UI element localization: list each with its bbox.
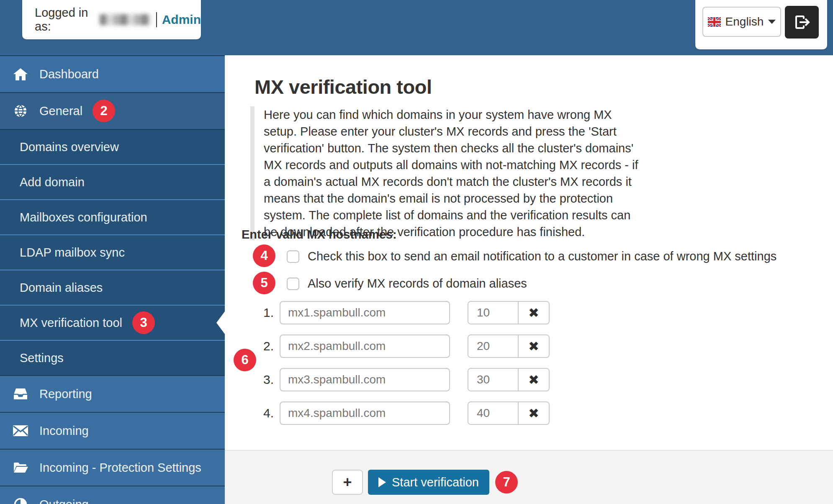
- sidebar-item-label: Outgoing: [39, 498, 89, 504]
- language-label: English: [725, 15, 764, 28]
- verify-aliases-checkbox-label: Also verify MX records of domain aliases: [308, 277, 527, 291]
- session-controls-box: English: [695, 0, 827, 49]
- row-number: 2.: [252, 339, 274, 353]
- sidebar-item-general[interactable]: General 2: [0, 92, 225, 129]
- sidebar-item-label: Incoming: [39, 424, 89, 438]
- annotation-badge-2: 2: [93, 100, 115, 122]
- admin-role-link[interactable]: Admin: [162, 13, 201, 27]
- mx-row-4: 4. ✖: [252, 401, 550, 425]
- sidebar-item-label: LDAP mailbox sync: [20, 246, 125, 260]
- sidebar-item-mx-verification-tool[interactable]: MX verification tool 3: [0, 305, 225, 340]
- uk-flag-icon: [708, 17, 721, 27]
- mx-priority-input-2[interactable]: [468, 335, 519, 357]
- annotation-badge-3: 3: [132, 311, 155, 334]
- row-number: 1.: [252, 306, 274, 320]
- play-icon: [378, 477, 386, 487]
- mx-priority-group-3: ✖: [468, 368, 550, 391]
- close-icon: ✖: [528, 305, 539, 321]
- sidebar-item-label: General: [39, 104, 82, 118]
- language-dropdown[interactable]: English: [702, 7, 781, 37]
- sidebar-item-mailboxes-configuration[interactable]: Mailboxes configuration: [0, 199, 225, 234]
- username-redacted: [100, 14, 150, 25]
- row-number: 3.: [252, 373, 274, 387]
- sidebar-item-add-domain[interactable]: Add domain: [0, 164, 225, 199]
- form-footer: [225, 450, 833, 504]
- sidebar-item-outgoing[interactable]: Outgoing: [0, 486, 225, 504]
- mx-row-3: 3. ✖: [252, 368, 550, 391]
- mx-priority-group-2: ✖: [468, 334, 550, 358]
- close-icon: ✖: [528, 339, 539, 354]
- verify-aliases-checkbox[interactable]: [287, 278, 299, 290]
- sidebar-item-domain-aliases[interactable]: Domain aliases: [0, 270, 225, 305]
- email-notification-checkbox-row: Check this box to send an email notifica…: [287, 249, 776, 263]
- mx-row-1: 1. ✖: [252, 301, 550, 324]
- remove-row-button-2[interactable]: ✖: [519, 335, 549, 357]
- sidebar-item-settings[interactable]: Settings: [0, 340, 225, 375]
- start-verification-button[interactable]: Start verification: [368, 470, 489, 495]
- email-notification-checkbox[interactable]: [287, 250, 299, 263]
- sidebar-item-label: Dashboard: [39, 67, 99, 81]
- remove-row-button-1[interactable]: ✖: [519, 302, 549, 324]
- mx-priority-group-1: ✖: [468, 301, 550, 324]
- sidebar-item-label: Domain aliases: [20, 281, 103, 295]
- hostnames-section-label: Enter valid MX hostnames:: [242, 228, 397, 242]
- inbox-icon: [13, 388, 28, 400]
- email-notification-checkbox-label: Check this box to send an email notifica…: [308, 249, 776, 263]
- sidebar-item-dashboard[interactable]: Dashboard: [0, 55, 225, 92]
- annotation-badge-7: 7: [495, 471, 518, 494]
- start-verification-label: Start verification: [392, 476, 479, 489]
- plus-icon: +: [343, 473, 352, 491]
- mx-hostname-input-2[interactable]: [280, 334, 450, 358]
- mx-priority-input-1[interactable]: [468, 302, 519, 324]
- close-icon: ✖: [528, 372, 539, 388]
- add-row-button[interactable]: +: [332, 470, 363, 495]
- envelope-icon: [13, 425, 28, 436]
- chevron-down-icon: [768, 20, 776, 24]
- logged-in-label: Logged in as:: [35, 6, 95, 33]
- remove-row-button-4[interactable]: ✖: [519, 402, 549, 424]
- mx-hostname-input-3[interactable]: [280, 368, 450, 391]
- sidebar-item-incoming-protection-settings[interactable]: Incoming - Protection Settings: [0, 449, 225, 486]
- close-icon: ✖: [528, 406, 539, 421]
- mx-verification-page: { "topbar": { "logged_in_label": "Logged…: [0, 0, 833, 504]
- sidebar-item-label: Reporting: [39, 387, 92, 401]
- logout-button[interactable]: [785, 6, 819, 39]
- sidebar-item-label: Settings: [20, 351, 64, 365]
- remove-row-button-3[interactable]: ✖: [519, 369, 549, 391]
- sidebar-item-ldap-mailbox-sync[interactable]: LDAP mailbox sync: [0, 234, 225, 270]
- sidebar-item-label: Domains overview: [20, 140, 119, 154]
- sidebar-item-incoming[interactable]: Incoming: [0, 412, 225, 449]
- mx-priority-input-3[interactable]: [468, 369, 519, 391]
- login-divider: [156, 12, 157, 27]
- sidebar-item-label: Incoming - Protection Settings: [39, 461, 201, 475]
- sidebar-item-label: MX verification tool: [20, 316, 122, 330]
- home-icon: [13, 67, 28, 81]
- sidebar-item-label: Add domain: [20, 175, 85, 189]
- mx-hostname-input-1[interactable]: [280, 301, 450, 324]
- globe-icon: [13, 104, 28, 118]
- mx-row-2: 2. ✖: [252, 334, 550, 358]
- sidebar-item-label: Mailboxes configuration: [20, 211, 147, 224]
- mx-hostname-input-4[interactable]: [280, 401, 450, 425]
- page-description: Here you can find which domains in your …: [250, 106, 647, 240]
- sidebar-nav: Dashboard General 2 Domains overview Add…: [0, 55, 225, 504]
- main-content: MX verification tool Here you can find w…: [225, 55, 833, 504]
- logged-in-box: Logged in as: Admin: [22, 0, 201, 39]
- page-title: MX verification tool: [255, 75, 432, 98]
- verify-aliases-checkbox-row: Also verify MX records of domain aliases: [287, 277, 527, 291]
- annotation-badge-4: 4: [253, 244, 275, 267]
- annotation-badge-6: 6: [234, 349, 256, 371]
- mx-priority-input-4[interactable]: [468, 402, 519, 424]
- logout-icon: [794, 15, 810, 30]
- contrast-icon: [13, 498, 28, 504]
- mx-priority-group-4: ✖: [468, 401, 550, 425]
- row-number: 4.: [252, 406, 274, 420]
- top-bar: Logged in as: Admin English: [0, 0, 833, 55]
- sidebar-item-domains-overview[interactable]: Domains overview: [0, 129, 225, 164]
- annotation-badge-5: 5: [253, 272, 275, 294]
- sidebar-item-reporting[interactable]: Reporting: [0, 375, 225, 412]
- folder-open-icon: [13, 462, 28, 473]
